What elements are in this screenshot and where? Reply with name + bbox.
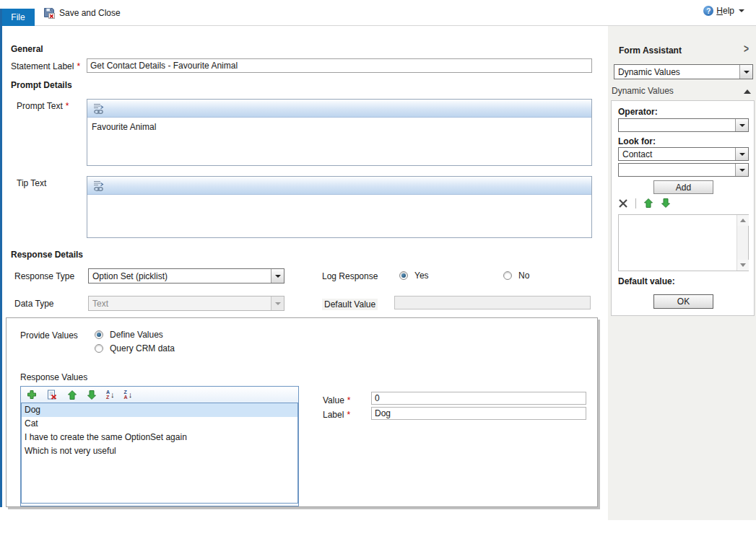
scroll-up-button[interactable] xyxy=(737,215,749,226)
ok-button[interactable]: OK xyxy=(653,294,713,309)
remove-x-icon[interactable] xyxy=(618,198,628,208)
chevron-right-icon[interactable] xyxy=(744,43,749,56)
move-value-down-icon[interactable] xyxy=(87,390,97,400)
scroll-down-button[interactable] xyxy=(737,260,749,271)
log-response-yes-label: Yes xyxy=(414,271,429,281)
look-for-attribute-select[interactable] xyxy=(618,163,749,177)
tip-text-content[interactable] xyxy=(87,195,591,203)
radio-selected-icon xyxy=(399,271,408,280)
response-type-select[interactable]: Option Set (picklist) xyxy=(88,268,284,284)
file-tab-label: File xyxy=(11,12,25,22)
sort-letter-a: A xyxy=(106,390,110,395)
response-type-label: Response Type xyxy=(14,271,74,281)
file-tab[interactable]: File xyxy=(1,9,35,26)
help-dropdown-caret-icon xyxy=(739,9,744,12)
prompt-text-label: Prompt Text* xyxy=(17,101,69,111)
value-input[interactable] xyxy=(371,392,586,405)
help-menu[interactable]: Help xyxy=(703,6,744,16)
dynamic-values-panel: Operator: Look for: Contact Add xyxy=(611,100,755,316)
required-asterisk: * xyxy=(74,61,80,71)
response-values-toolbar: AZ ↓ ZA ↓ xyxy=(21,387,298,403)
response-details-section-header: Response Details xyxy=(11,250,83,260)
list-item[interactable]: Dog xyxy=(22,403,297,417)
insert-dynamic-text-icon[interactable] xyxy=(92,179,105,193)
look-for-label: Look for: xyxy=(618,136,656,146)
value-field-label: Value* xyxy=(323,395,350,405)
query-crm-data-label: Query CRM data xyxy=(110,343,175,353)
dynamic-values-listbox[interactable] xyxy=(618,214,749,271)
help-label: Help xyxy=(716,6,734,16)
default-value-sidebar-label: Default value: xyxy=(618,276,675,286)
separator xyxy=(635,198,636,208)
insert-dynamic-text-icon[interactable] xyxy=(92,102,105,115)
radio-unselected-icon xyxy=(503,271,512,280)
general-section-header: General xyxy=(11,44,43,54)
prompt-text-editor[interactable]: Favourite Animal xyxy=(87,99,592,166)
move-up-icon[interactable] xyxy=(643,198,653,208)
add-button[interactable]: Add xyxy=(653,180,713,194)
list-item[interactable]: Which is not very useful xyxy=(22,444,297,458)
data-type-select: Text xyxy=(88,296,284,311)
log-response-label: Log Response xyxy=(322,271,378,281)
log-response-no-radio[interactable]: No xyxy=(503,271,529,281)
triangle-down-icon xyxy=(740,263,746,267)
move-value-up-icon[interactable] xyxy=(67,390,77,400)
dropdown-arrow-icon[interactable] xyxy=(735,119,748,131)
required-asterisk: * xyxy=(344,410,350,420)
data-type-label: Data Type xyxy=(14,299,53,309)
response-values-label: Response Values xyxy=(20,372,87,382)
prompt-details-section-header: Prompt Details xyxy=(11,80,72,90)
response-values-listbox: AZ ↓ ZA ↓ Dog Cat I have to create the s… xyxy=(20,386,299,506)
statement-label-label: Statement Label* xyxy=(11,61,80,71)
delete-value-icon[interactable] xyxy=(46,390,58,400)
sort-az-icon[interactable]: AZ ↓ xyxy=(106,390,115,400)
tip-text-label: Tip Text xyxy=(17,178,46,188)
prompt-text-content[interactable]: Favourite Animal xyxy=(87,118,591,136)
dropdown-arrow-icon[interactable] xyxy=(735,148,748,160)
dropdown-arrow-icon[interactable] xyxy=(271,269,284,283)
look-for-select[interactable]: Contact xyxy=(618,147,749,161)
prompt-text-toolbar xyxy=(87,100,591,118)
triangle-up-icon[interactable] xyxy=(744,89,751,94)
required-asterisk: * xyxy=(344,395,351,405)
label-field-label: Label* xyxy=(323,410,350,420)
default-value-input xyxy=(394,296,591,309)
form-assistant-sidebar: Form Assistant Dynamic Values Dynamic Va… xyxy=(608,26,756,520)
scrollbar[interactable] xyxy=(737,215,748,271)
list-item[interactable]: I have to create the same OptionSet agai… xyxy=(22,431,297,444)
dynamic-values-section-title: Dynamic Values xyxy=(612,86,674,96)
tip-text-editor[interactable] xyxy=(87,176,592,238)
define-values-label: Define Values xyxy=(110,330,163,340)
response-values-list[interactable]: Dog Cat I have to create the same Option… xyxy=(21,403,298,504)
triangle-up-icon xyxy=(740,219,746,222)
required-asterisk: * xyxy=(63,101,69,111)
save-and-close-button[interactable]: Save and Close xyxy=(43,6,121,20)
help-icon xyxy=(703,6,713,16)
sort-letter-z: Z xyxy=(106,395,110,400)
operator-label: Operator: xyxy=(618,107,658,117)
save-and-close-icon xyxy=(43,7,55,19)
form-assistant-selector[interactable]: Dynamic Values xyxy=(614,64,753,79)
dropdown-arrow-icon[interactable] xyxy=(739,65,752,79)
dialog-prompt-response-editor: Save and Close Help File General Stateme… xyxy=(0,0,756,536)
sort-za-icon[interactable]: ZA ↓ xyxy=(124,390,133,400)
list-item[interactable]: Cat xyxy=(22,417,297,431)
radio-selected-icon xyxy=(95,330,103,339)
save-and-close-label: Save and Close xyxy=(59,8,121,18)
log-response-no-label: No xyxy=(518,271,529,281)
top-toolbar: Save and Close Help xyxy=(0,0,756,26)
move-down-icon[interactable] xyxy=(661,198,671,208)
dropdown-arrow-icon[interactable] xyxy=(735,164,748,176)
provide-values-define-radio[interactable]: Define Values xyxy=(95,330,163,340)
log-response-yes-radio[interactable]: Yes xyxy=(399,271,429,281)
form-assistant-selector-value: Dynamic Values xyxy=(614,67,739,77)
operator-select[interactable] xyxy=(618,118,749,132)
form-assistant-title: Form Assistant xyxy=(619,45,682,56)
statement-label-input[interactable] xyxy=(87,58,592,73)
provide-values-label: Provide Values xyxy=(20,330,78,341)
sort-letter-a: A xyxy=(124,395,128,400)
add-value-icon[interactable] xyxy=(27,390,37,400)
dynamic-values-actions xyxy=(618,198,671,208)
label-input[interactable] xyxy=(371,407,586,420)
provide-values-query-radio[interactable]: Query CRM data xyxy=(95,343,175,353)
